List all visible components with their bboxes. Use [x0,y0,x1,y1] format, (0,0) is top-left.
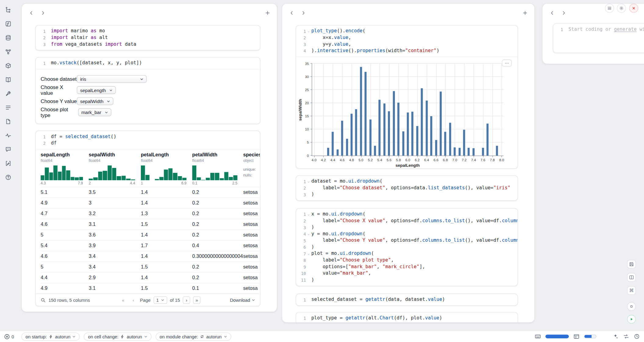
add-cell-icon[interactable] [521,8,530,17]
code-line[interactable]: 2 label="Choose dataset", options=data.l… [296,185,517,191]
code-line[interactable]: 9 options=["mark_bar", "mark_circle"], [296,264,517,270]
swap-arrows-icon[interactable] [623,333,629,340]
chart-menu-button[interactable] [502,59,512,66]
search-icon[interactable] [41,297,45,302]
table-panel-icon[interactable] [573,333,579,340]
next-page-button[interactable]: › [183,296,190,304]
table-row[interactable]: 4.42.91.40.2setosa [41,272,260,283]
table-row[interactable]: 4.93.11.50.1setosa [41,283,260,294]
code-line[interactable]: 2import altair as alt [36,34,260,41]
code-line[interactable]: 10 value="mark_bar", [296,270,517,277]
prev-page-button[interactable]: ‹ [130,296,137,304]
code-editor-plot[interactable]: 1⌄plot_type().encode(2 x=x.value,3 y=y.v… [296,26,517,57]
fold-marker-icon[interactable]: ⌄ [306,178,311,184]
column-header-petalLength[interactable]: petalLengthfloat6416.9 [141,152,192,187]
help-icon[interactable] [3,173,13,182]
notebook-menu-button[interactable] [605,4,614,13]
add-cell-icon[interactable] [263,8,272,17]
code-line[interactable]: 3) [296,191,517,198]
code-line[interactable]: 5 label="Choose Y value", options=df.col… [296,237,517,244]
stop-button[interactable] [627,302,636,311]
code-editor-vstack[interactable]: 1mo.vstack([dataset, x, y, plot]) [36,58,260,69]
column-header-petalWidth[interactable]: petalWidthfloat640.12.5 [192,152,243,187]
code-line[interactable]: 2 label="Choose X value", options=df.col… [296,218,517,224]
code-line[interactable]: 6) [296,244,517,251]
code-editor-plot-type[interactable]: 1plot_type = getattr(alt.Chart(df), plot… [296,312,517,323]
fold-marker-icon[interactable]: ⌄ [306,251,311,256]
table-row[interactable]: 4.73.21.30.2setosa [41,208,260,219]
files-icon[interactable] [3,117,13,126]
save-button[interactable] [627,260,636,269]
functions-icon[interactable] [3,19,13,29]
code-line[interactable]: 1mo.vstack([dataset, x, y, plot]) [36,60,260,67]
code-editor-df[interactable]: 1df = selected_dataset()2df [36,131,260,149]
code-editor-dataset[interactable]: 1⌄dataset = mo.ui.dropdown(2 label="Choo… [296,176,517,200]
chat-icon[interactable] [3,144,13,154]
table-row[interactable]: 5.43.91.70.4setosa [41,240,260,251]
code-line[interactable]: 8 label="Choose plot type", [296,257,517,264]
code-editor-xy[interactable]: 1⌄x = mo.ui.dropdown(2 label="Choose X v… [296,208,517,286]
code-line[interactable]: 1import marimo as mo [36,28,260,35]
table-row[interactable]: 4.931.40.2setosa [41,198,260,208]
fold-marker-icon[interactable]: ⌄ [306,211,311,217]
datasources-icon[interactable] [3,33,13,43]
code-line[interactable]: 4).interactive().properties(width="conta… [296,48,517,54]
code-line[interactable]: 1plot_type = getattr(alt.Chart(df), plot… [296,315,517,322]
code-line[interactable]: 2 x=x.value, [296,34,517,41]
chevron-left-icon[interactable] [287,8,296,17]
column-header-sepalWidth[interactable]: sepalWidthfloat6424.4 [89,152,141,187]
code-editor-imports[interactable]: 1import marimo as mo2import altair as al… [36,26,260,50]
logs-icon[interactable] [3,103,13,112]
snippets-icon[interactable] [3,89,13,98]
code-line[interactable]: 3) [296,224,517,231]
keyboard-icon[interactable] [535,333,541,340]
tracebacks-icon[interactable] [3,130,13,140]
documentation-icon[interactable] [3,75,13,84]
code-line[interactable]: 1selected_dataset = getattr(data, datase… [296,296,517,303]
code-line[interactable]: 1df = selected_dataset() [36,134,260,140]
packages-icon[interactable] [3,61,13,70]
clock-icon[interactable] [634,333,640,340]
table-row[interactable]: 53.41.50.2setosa [41,262,260,272]
shutdown-button[interactable] [629,4,639,13]
column-header-sepalLength[interactable]: sepalLengthfloat644.37.9 [41,152,89,187]
download-button[interactable]: Download [230,297,255,302]
y-select[interactable]: sepalWidth [77,97,113,105]
run-button[interactable] [627,315,636,323]
fold-marker-icon[interactable]: ⌄ [306,231,311,237]
errors-indicator[interactable]: 0 [4,333,14,339]
table-row[interactable]: 4.63.11.50.2setosa [41,219,260,230]
chevron-right-icon[interactable] [299,8,308,17]
code-editor-selected-dataset[interactable]: 1selected_dataset = getattr(data, datase… [296,294,517,305]
settings-button[interactable] [617,4,626,13]
table-row[interactable]: 4.63.41.40.30000000000000004setosa [41,251,260,262]
dataset-select[interactable]: iris [77,75,147,83]
page-select[interactable]: 1 [153,296,167,304]
variables-icon[interactable] [3,47,13,57]
chevron-left-icon[interactable] [27,8,36,17]
generate-ai-link[interactable]: generate [614,26,637,32]
code-line[interactable]: 1⌄dataset = mo.ui.dropdown( [296,178,517,185]
code-line[interactable]: 2df [36,140,260,147]
code-line[interactable]: 7⌄plot = mo.ui.dropdown( [296,251,517,257]
table-of-contents-icon[interactable] [3,5,13,15]
code-line[interactable]: 3from vega_datasets import data [36,41,260,48]
sparkle-icon[interactable] [612,333,618,340]
last-page-button[interactable]: » [193,296,200,304]
bar-chart[interactable]: sepalWidth 4.04.24.44.64.85.05.25.45.65.… [312,64,503,156]
scratchpad-icon[interactable] [3,159,13,168]
code-line[interactable]: 4⌄y = mo.ui.dropdown( [296,231,517,237]
code-line[interactable]: 1⌄plot_type().encode( [296,28,517,35]
layout-toggle-button[interactable] [627,273,636,282]
x-select[interactable]: sepalLength [77,86,116,94]
chevron-left-icon[interactable] [547,8,556,17]
code-line[interactable]: 3 y=y.value, [296,41,517,48]
on-cell-change-chip[interactable]: on cell change: autorun [84,332,151,340]
column-header-species[interactable]: speciesobjectunique:nulls: [243,152,260,187]
chevron-right-icon[interactable] [38,8,47,17]
code-line[interactable]: 11) [296,277,517,283]
on-module-change-chip[interactable]: on module change: autorun [156,332,231,340]
new-cell-editor[interactable]: 1 Start coding or generate with AI [553,24,644,35]
on-startup-chip[interactable]: on startup: autorun [21,332,80,340]
code-line[interactable]: 1⌄x = mo.ui.dropdown( [296,211,517,218]
